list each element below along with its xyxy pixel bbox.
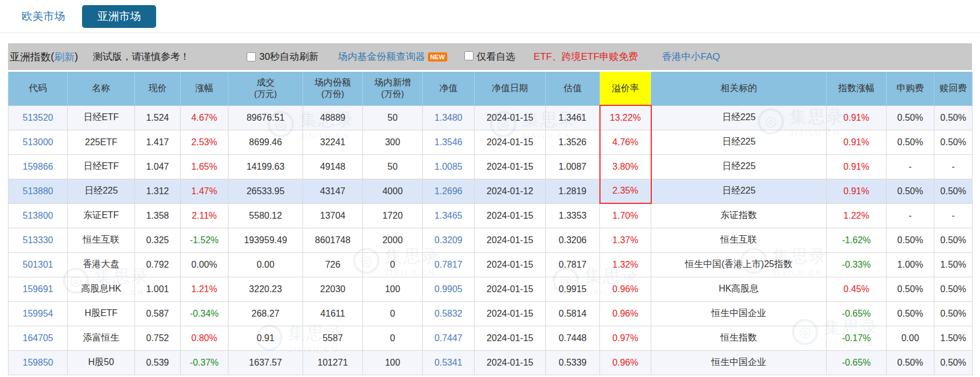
cell-code: 513330 [9, 228, 68, 252]
cell-code: 513520 [9, 105, 68, 130]
cell-code: 159866 [9, 154, 68, 179]
fund-code-link[interactable]: 501301 [23, 260, 53, 269]
cell-target: 日经225 [651, 154, 827, 179]
cell-sell_fee: 0.50% [934, 350, 973, 375]
auto-refresh-checkbox[interactable] [247, 52, 256, 62]
cell-nav: 1.2696 [423, 179, 475, 203]
cell-est: 0.3206 [546, 228, 600, 252]
cell-code: 513000 [9, 130, 68, 154]
cell-buy_fee: - [887, 154, 934, 179]
cell-turnover: 5580.12 [228, 203, 303, 228]
page-title: 亚洲指数 [10, 50, 51, 64]
cell-name: 添富恒生 [68, 326, 135, 350]
fund-code-link[interactable]: 159954 [23, 309, 53, 318]
cell-premium: 13.22% [600, 105, 651, 130]
fund-code-link[interactable]: 159691 [23, 284, 53, 294]
cell-shares: 5587 [303, 326, 363, 350]
table-row: 501301香港大盘0.7920.00%0.0072600.78172024-0… [9, 252, 973, 277]
tab-western-markets[interactable]: 欧美市场 [22, 9, 65, 24]
cell-turnover: 3220.23 [228, 277, 303, 301]
cell-premium: 3.80% [600, 154, 651, 179]
cell-nav_date: 2024-01-15 [475, 350, 546, 375]
cell-target: 日经225 [651, 130, 827, 154]
cell-name: H股ETF [68, 301, 135, 326]
cell-target: HK高股息 [651, 277, 827, 301]
fee-notice: ETF、跨境ETF申赎免费 [534, 50, 638, 63]
cell-nav_date: 2024-01-15 [475, 105, 546, 130]
cell-buy_fee: 0.50% [887, 301, 934, 326]
cell-change: 1.21% [181, 277, 228, 301]
cell-price: 1.358 [135, 203, 181, 228]
cell-nav_date: 2024-01-15 [475, 130, 546, 154]
cell-est: 1.3353 [546, 203, 600, 228]
refresh-link[interactable]: 刷新 [54, 50, 75, 64]
cell-premium: 0.97% [600, 326, 651, 350]
hk-faq-link[interactable]: 香港中小FAQ [662, 50, 720, 63]
cell-change: 4.67% [181, 105, 228, 130]
cell-shares: 41611 [303, 301, 363, 326]
cell-buy_fee: 0.50% [887, 350, 934, 375]
share-tool-link[interactable]: 场内基金份额查询器 [338, 50, 425, 63]
fund-code-link[interactable]: 159866 [23, 162, 53, 171]
cell-turnover: 89676.51 [228, 105, 303, 130]
cell-price: 0.539 [135, 350, 181, 375]
cell-nav_date: 2024-01-15 [475, 277, 546, 301]
cell-nav: 1.0085 [423, 154, 475, 179]
column-header-target: 相关标的 [651, 72, 827, 105]
cell-turnover: 26533.95 [228, 179, 303, 203]
cell-price: 0.587 [135, 301, 181, 326]
cell-target: 恒生指数 [651, 326, 827, 350]
cell-buy_fee: 0.50% [887, 277, 934, 301]
cell-shares: 32241 [303, 130, 363, 154]
new-badge: NEW [428, 52, 447, 62]
cell-est: 0.5339 [546, 350, 600, 375]
fund-code-link[interactable]: 164705 [23, 333, 53, 343]
cell-shares: 8601748 [303, 228, 363, 252]
test-version-note: 测试版，请谨慎参考！ [93, 50, 190, 63]
cell-est: 1.0087 [546, 154, 600, 179]
cell-index_change: 1.22% [827, 203, 887, 228]
cell-buy_fee: 0.50% [887, 179, 934, 203]
cell-est: 1.2819 [546, 179, 600, 203]
fund-code-link[interactable]: 513880 [23, 186, 53, 196]
table-row: 513000225ETF1.4172.53%8699.46322413001.3… [9, 130, 973, 154]
cell-shares: 22030 [303, 277, 363, 301]
cell-added: 0 [363, 326, 423, 350]
fund-code-link[interactable]: 159850 [23, 358, 53, 367]
watchlist-checkbox[interactable] [464, 51, 473, 60]
cell-added: 100 [363, 277, 423, 301]
cell-added: 50 [363, 105, 423, 130]
cell-nav: 0.5341 [423, 350, 475, 375]
cell-change: 0.80% [181, 326, 228, 350]
cell-premium: 0.96% [600, 301, 651, 326]
cell-target: 恒生中国(香港上市)25指数 [651, 252, 827, 277]
cell-code: 513800 [9, 203, 68, 228]
column-header-nav: 净值 [423, 72, 475, 105]
cell-change: -0.34% [181, 301, 228, 326]
cell-nav: 0.3209 [423, 228, 475, 252]
cell-price: 1.047 [135, 154, 181, 179]
cell-sell_fee: 0.50% [934, 130, 973, 154]
cell-shares: 13704 [303, 203, 363, 228]
cell-buy_fee: 0.00 [887, 326, 934, 350]
fund-code-link[interactable]: 513520 [23, 113, 53, 122]
cell-shares: 48889 [303, 105, 363, 130]
cell-change: 1.65% [181, 154, 228, 179]
cell-added: 1720 [363, 203, 423, 228]
cell-premium: 1.37% [600, 228, 651, 252]
cell-premium: 1.32% [600, 252, 651, 277]
column-header-change: 涨幅 [181, 72, 228, 105]
cell-nav_date: 2024-01-15 [475, 252, 546, 277]
cell-nav_date: 2024-01-15 [475, 154, 546, 179]
fund-code-link[interactable]: 513000 [23, 137, 53, 147]
tabbar-divider [0, 32, 980, 33]
fund-code-link[interactable]: 513800 [23, 211, 53, 220]
cell-name: 恒生互联 [68, 228, 135, 252]
cell-change: -1.52% [181, 228, 228, 252]
cell-buy_fee: 0.50% [887, 228, 934, 252]
fund-code-link[interactable]: 513330 [23, 235, 53, 245]
cell-change: 2.53% [181, 130, 228, 154]
tab-asian-markets[interactable]: 亚洲市场 [82, 5, 156, 28]
auto-refresh-label: 30秒自动刷新 [259, 50, 318, 63]
cell-index_change: -0.17% [827, 326, 887, 350]
